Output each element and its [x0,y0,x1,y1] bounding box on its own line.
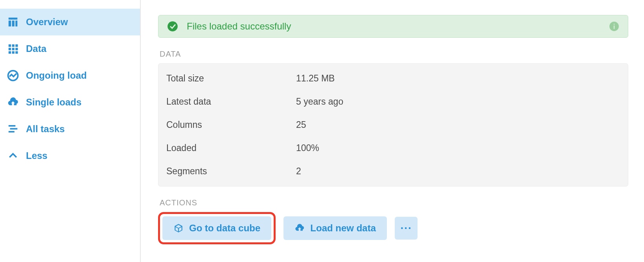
svg-rect-5 [12,44,15,47]
success-alert: Files loaded successfully [158,15,628,38]
section-title-data: DATA [160,50,628,59]
cloud-upload-icon [7,96,19,108]
go-to-data-cube-button[interactable]: Go to data cube [162,216,271,240]
tasks-icon [7,123,19,135]
cube-icon [173,223,184,233]
sidebar: Overview Data Ongoing load Single loads [0,0,141,262]
info-icon[interactable] [609,21,619,31]
stat-label: Columns [166,120,296,130]
svg-rect-7 [9,48,11,50]
main-content: Files loaded successfully DATA Total siz… [141,0,644,262]
sidebar-item-data[interactable]: Data [0,35,140,62]
sidebar-item-ongoing-load[interactable]: Ongoing load [0,62,140,89]
sidebar-item-label: Single loads [26,97,81,108]
stat-label: Total size [166,73,296,84]
data-row: Loaded 100% [158,137,628,160]
svg-rect-9 [15,48,18,50]
data-row: Total size 11.25 MB [158,67,628,90]
sidebar-item-label: Ongoing load [26,70,87,81]
sidebar-item-less[interactable]: Less [0,142,140,169]
data-stats-card: Total size 11.25 MB Latest data 5 years … [158,63,628,186]
chart-icon [7,70,19,81]
sidebar-item-label: Data [26,43,46,54]
svg-rect-0 [9,18,18,20]
sidebar-item-label: Overview [26,17,68,28]
data-row: Columns 25 [158,113,628,137]
sidebar-item-label: All tasks [26,124,65,135]
svg-rect-11 [12,51,15,54]
stat-label: Segments [166,166,296,177]
stat-value: 2 [296,166,620,177]
svg-rect-6 [15,44,18,47]
svg-rect-12 [15,51,18,54]
sidebar-item-label: Less [26,150,48,161]
svg-rect-4 [9,44,11,47]
chevron-up-icon [7,150,19,162]
svg-rect-16 [9,131,15,133]
actions-row: Go to data cube Load new data ··· [158,212,628,244]
svg-rect-15 [10,128,18,130]
svg-rect-2 [12,20,15,26]
stat-value: 25 [296,120,620,130]
section-title-actions: ACTIONS [160,198,628,207]
stat-value: 5 years ago [296,96,620,107]
stat-label: Loaded [166,143,296,153]
data-row: Segments 2 [158,160,628,183]
svg-rect-20 [614,24,615,25]
svg-rect-19 [614,26,615,29]
svg-rect-10 [9,51,11,54]
button-label: Load new data [310,223,376,234]
data-row: Latest data 5 years ago [158,90,628,113]
stat-label: Latest data [166,96,296,107]
sidebar-item-all-tasks[interactable]: All tasks [0,116,140,142]
cloud-upload-icon [294,223,305,233]
highlight-annotation: Go to data cube [158,212,276,244]
stat-value: 11.25 MB [296,73,620,84]
ellipsis-icon: ··· [400,222,412,234]
sidebar-item-overview[interactable]: Overview [0,9,140,35]
alert-message: Files loaded successfully [187,21,291,32]
more-actions-button[interactable]: ··· [395,217,418,240]
svg-rect-1 [9,20,11,26]
load-new-data-button[interactable]: Load new data [283,216,387,240]
sidebar-item-single-loads[interactable]: Single loads [0,89,140,116]
check-circle-icon [167,21,178,32]
button-label: Go to data cube [189,223,260,234]
svg-point-17 [167,21,178,31]
stat-value: 100% [296,143,620,153]
svg-rect-14 [9,125,16,127]
svg-rect-3 [15,20,17,26]
grid-icon [7,43,19,55]
overview-icon [7,16,19,28]
svg-rect-8 [12,48,15,50]
